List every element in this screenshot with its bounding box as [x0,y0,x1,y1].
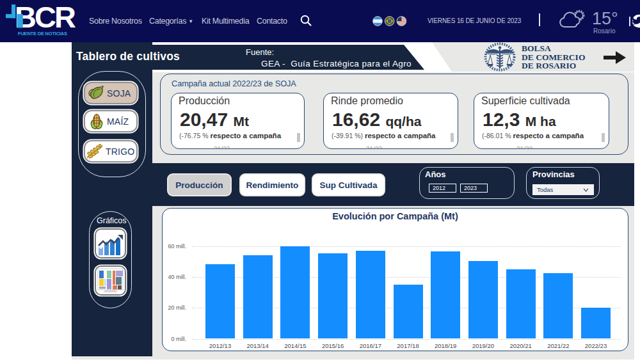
svg-text:BCR: BCR [15,0,76,31]
